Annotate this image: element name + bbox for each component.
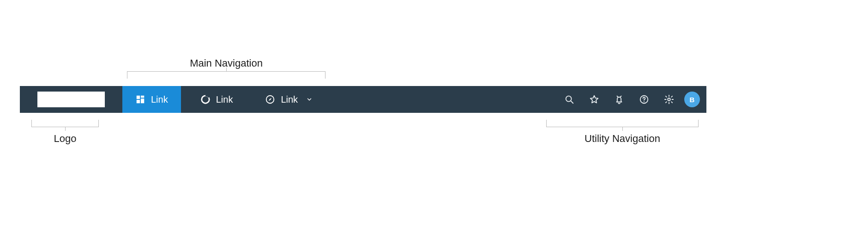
progress-circle-icon	[200, 94, 211, 105]
favorites-button[interactable]	[582, 86, 607, 113]
annotation-utility-bracket	[546, 120, 699, 127]
nav-link-2[interactable]: Link	[181, 86, 246, 113]
bell-icon	[614, 94, 624, 105]
search-icon	[564, 94, 574, 105]
svg-rect-2	[141, 98, 144, 103]
svg-point-10	[644, 101, 645, 102]
annotation-logo-label: Logo	[54, 133, 77, 145]
logo-placeholder[interactable]	[37, 92, 105, 107]
gear-icon	[664, 94, 674, 105]
nav-link-label: Link	[281, 94, 298, 105]
annotation-utility-label: Utility Navigation	[585, 133, 660, 145]
main-nav: Link Link Link	[122, 86, 326, 113]
annotation-main-nav-bracket	[127, 71, 326, 79]
utility-nav: B	[557, 86, 706, 113]
top-navbar: Link Link Link	[20, 86, 706, 113]
dashboard-icon	[135, 94, 145, 105]
notifications-button[interactable]	[607, 86, 632, 113]
help-icon	[639, 94, 649, 105]
svg-rect-3	[137, 100, 140, 103]
svg-point-11	[668, 98, 670, 101]
nav-link-label: Link	[151, 94, 168, 105]
chevron-down-icon	[306, 96, 313, 103]
logo-slot	[20, 86, 122, 113]
nav-link-1[interactable]: Link	[122, 86, 181, 113]
svg-rect-0	[137, 96, 140, 99]
star-icon	[589, 94, 599, 105]
help-button[interactable]	[632, 86, 657, 113]
nav-link-3[interactable]: Link	[246, 86, 326, 113]
search-button[interactable]	[557, 86, 582, 113]
svg-marker-6	[269, 98, 271, 101]
settings-button[interactable]	[657, 86, 681, 113]
svg-line-8	[571, 101, 573, 103]
svg-rect-1	[141, 96, 144, 98]
annotation-logo-bracket	[31, 120, 99, 127]
avatar-initial: B	[690, 96, 695, 104]
user-avatar[interactable]: B	[684, 92, 700, 107]
compass-icon	[265, 94, 275, 105]
nav-link-label: Link	[216, 94, 233, 105]
